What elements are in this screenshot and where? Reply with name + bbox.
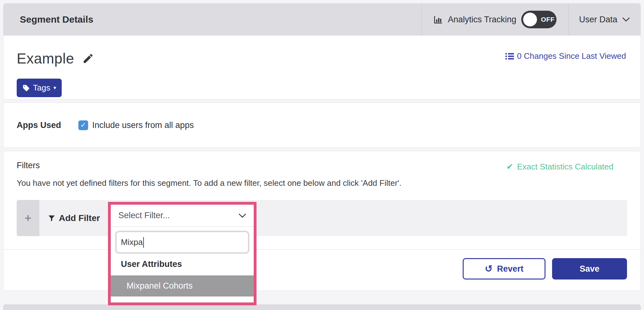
tags-button[interactable]: Tags ▾ xyxy=(17,79,62,97)
dropdown-group-label: User Attributes xyxy=(111,258,254,270)
include-all-apps-checkbox[interactable]: ✓ xyxy=(78,120,88,130)
filter-select-dropdown: Select Filter... Mixpa User Attributes M… xyxy=(111,205,254,302)
apps-used-card: Apps Used ✓ Include users from all apps xyxy=(3,102,641,148)
filter-search-input[interactable]: Mixpa xyxy=(116,231,249,253)
include-all-apps-label: Include users from all apps xyxy=(92,120,194,130)
exact-statistics-status: ✔ Exact Statistics Calculated xyxy=(506,162,613,172)
filters-empty-text: You have not yet defined filters for thi… xyxy=(17,178,402,188)
page-header-bar: Segment Details Analytics Tracking OFF xyxy=(3,3,641,36)
segment-header-card: Segment Details Analytics Tracking OFF xyxy=(3,3,641,99)
revert-button[interactable]: ↺ Revert xyxy=(463,258,545,280)
annotation-highlight-box: Select Filter... Mixpa User Attributes M… xyxy=(108,202,257,305)
filter-search-value: Mixpa xyxy=(121,237,143,247)
add-filter-plus-button[interactable]: + xyxy=(17,200,39,236)
add-filter-label-block: Add Filter xyxy=(48,200,100,236)
toggle-knob xyxy=(523,13,537,26)
dropdown-option-label: Mixpanel Cohorts xyxy=(127,281,193,291)
filter-funnel-icon xyxy=(48,214,56,222)
undo-icon: ↺ xyxy=(485,264,493,274)
filters-card: Filters ✔ Exact Statistics Calculated Yo… xyxy=(3,151,641,291)
caret-down-icon: ▾ xyxy=(54,85,56,91)
filters-heading: Filters xyxy=(17,161,40,170)
pencil-icon[interactable] xyxy=(82,53,94,64)
chart-bar-icon xyxy=(433,15,443,24)
analytics-tracking-control: Analytics Tracking OFF xyxy=(421,3,568,36)
apps-used-label: Apps Used xyxy=(17,120,78,130)
changes-link-label: 0 Changes Since Last Viewed xyxy=(517,51,626,61)
dropdown-option-mixpanel-cohorts[interactable]: Mixpanel Cohorts xyxy=(111,275,254,296)
analytics-tracking-label: Analytics Tracking xyxy=(448,15,517,25)
segment-name-block: Example xyxy=(17,50,94,67)
list-icon xyxy=(505,53,514,60)
chevron-down-icon xyxy=(622,17,630,22)
plus-icon: + xyxy=(25,212,31,225)
user-data-label: User Data xyxy=(579,15,618,25)
segment-details-page: Segment Details Analytics Tracking OFF xyxy=(0,0,644,310)
tag-icon xyxy=(22,84,30,92)
analytics-tracking-toggle[interactable]: OFF xyxy=(521,11,556,28)
changes-since-last-viewed-link[interactable]: 0 Changes Since Last Viewed xyxy=(505,51,626,61)
filter-select-placeholder: Select Filter... xyxy=(118,211,170,220)
tags-button-label: Tags xyxy=(33,83,50,93)
toggle-state-label: OFF xyxy=(540,16,555,23)
exact-statistics-label: Exact Statistics Calculated xyxy=(517,162,613,172)
segment-name: Example xyxy=(17,50,74,67)
checkmark-icon: ✓ xyxy=(80,121,86,129)
user-data-dropdown[interactable]: User Data xyxy=(568,3,641,36)
revert-button-label: Revert xyxy=(497,264,523,274)
filter-select-control[interactable]: Select Filter... xyxy=(111,205,254,227)
footer-divider xyxy=(3,249,641,250)
save-button-label: Save xyxy=(579,264,599,274)
add-filter-label: Add Filter xyxy=(59,213,100,223)
next-section-header-strip xyxy=(3,304,641,310)
save-button[interactable]: Save xyxy=(552,258,627,280)
page-title: Segment Details xyxy=(3,3,421,36)
text-cursor xyxy=(143,237,144,248)
check-icon: ✔ xyxy=(506,162,513,172)
chevron-down-icon xyxy=(239,213,246,218)
